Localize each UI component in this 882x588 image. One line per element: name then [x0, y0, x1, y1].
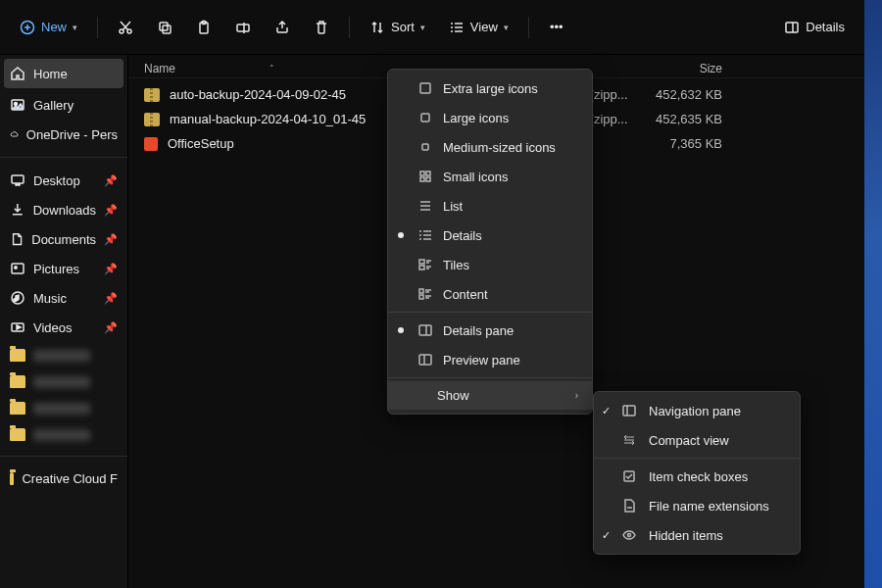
menu-item-tiles[interactable]: Tiles: [388, 250, 592, 279]
rename-icon: [235, 20, 251, 35]
svg-rect-8: [786, 23, 798, 32]
copy-icon: [157, 20, 172, 35]
paste-button[interactable]: [186, 14, 221, 41]
view-label: View: [470, 20, 498, 34]
new-button[interactable]: New ▾: [10, 14, 87, 41]
sidebar-item-blurred[interactable]: [0, 395, 127, 421]
grid-icon: [417, 169, 433, 184]
desktop-background-edge: [864, 0, 882, 588]
sidebar-item-videos[interactable]: Videos 📌: [0, 313, 127, 342]
download-icon: [10, 202, 25, 218]
folder-icon: [10, 402, 25, 415]
bullet-icon: [398, 327, 404, 333]
svg-point-14: [15, 267, 17, 269]
view-button[interactable]: View ▾: [439, 14, 518, 41]
menu-item-preview-pane[interactable]: Preview pane: [388, 345, 592, 374]
sidebar-item-creative-cloud[interactable]: Creative Cloud F: [0, 465, 127, 493]
gallery-icon: [10, 97, 25, 113]
svg-rect-24: [419, 260, 424, 264]
svg-rect-3: [160, 23, 168, 30]
pictures-icon: [10, 261, 25, 276]
folder-icon: [10, 428, 25, 441]
delete-button[interactable]: [304, 14, 339, 41]
menu-item-list[interactable]: List: [388, 191, 592, 220]
sidebar-item-blurred[interactable]: [0, 421, 127, 448]
sidebar-item-home[interactable]: Home: [4, 59, 123, 88]
sidebar-item-desktop[interactable]: Desktop 📌: [0, 166, 127, 195]
music-icon: [10, 290, 25, 306]
menu-item-large-icons[interactable]: Large icons: [388, 103, 592, 132]
home-icon: [10, 66, 25, 81]
details-pane-icon: [784, 20, 800, 35]
cloud-icon: [10, 126, 19, 142]
svg-rect-27: [419, 295, 423, 299]
pin-icon: 📌: [104, 292, 118, 305]
menu-item-compact-view[interactable]: Compact view: [594, 425, 800, 455]
cut-button[interactable]: [108, 14, 143, 41]
file-explorer-window: New ▾ Sort ▾ View ▾ ••• Details: [0, 0, 864, 588]
menu-item-content[interactable]: Content: [388, 279, 592, 309]
bullet-icon: [398, 232, 404, 238]
copy-button[interactable]: [147, 14, 182, 41]
blurred-label: [33, 429, 90, 441]
desktop-icon: [10, 172, 25, 188]
compact-icon: [621, 432, 637, 448]
column-size[interactable]: Size: [644, 62, 742, 75]
chevron-down-icon: ▾: [73, 23, 77, 32]
sidebar-item-pictures[interactable]: Pictures 📌: [0, 254, 127, 283]
tiles-icon: [417, 257, 433, 272]
pin-icon: 📌: [104, 233, 118, 246]
sidebar-item-gallery[interactable]: Gallery: [0, 90, 127, 120]
sidebar-label: Gallery: [33, 98, 74, 113]
menu-item-medium-icons[interactable]: Medium-sized icons: [388, 132, 592, 162]
menu-item-file-extensions[interactable]: File name extensions: [594, 491, 800, 520]
file-ext-icon: [621, 498, 637, 514]
file-size: 452,635 KB: [644, 112, 742, 126]
details-toggle[interactable]: Details: [774, 14, 855, 41]
svg-point-2: [127, 29, 131, 33]
svg-rect-4: [163, 25, 171, 33]
svg-rect-11: [12, 175, 24, 183]
menu-item-show[interactable]: Show›: [388, 381, 592, 410]
svg-rect-18: [421, 114, 429, 122]
menu-item-details[interactable]: Details: [388, 220, 592, 250]
menu-item-extra-large-icons[interactable]: Extra large icons: [388, 74, 592, 103]
menu-item-check-boxes[interactable]: Item check boxes: [594, 462, 800, 491]
file-name: auto-backup-2024-04-09-02-45: [170, 87, 346, 102]
separator: [349, 17, 350, 38]
share-button[interactable]: [265, 14, 300, 41]
menu-item-details-pane[interactable]: Details pane: [388, 316, 592, 345]
sidebar-item-blurred[interactable]: [0, 368, 127, 395]
details-icon: [417, 227, 433, 243]
svg-rect-26: [419, 289, 423, 293]
zip-icon: [144, 113, 160, 126]
sort-button[interactable]: Sort ▾: [360, 14, 435, 41]
sidebar-item-blurred[interactable]: [0, 342, 127, 368]
check-icon: ✓: [602, 529, 611, 542]
trash-icon: [314, 20, 329, 35]
checkbox-icon: [621, 468, 637, 484]
menu-item-navigation-pane[interactable]: ✓Navigation pane: [594, 396, 800, 425]
more-button[interactable]: •••: [539, 14, 574, 41]
svg-rect-12: [16, 184, 20, 185]
sidebar-label: Downloads: [33, 203, 96, 218]
svg-rect-21: [426, 172, 430, 175]
sidebar-item-downloads[interactable]: Downloads 📌: [0, 195, 127, 224]
menu-item-hidden-items[interactable]: ✓Hidden items: [594, 520, 800, 550]
share-icon: [274, 20, 290, 35]
scissors-icon: [118, 20, 133, 35]
rename-button[interactable]: [225, 14, 261, 41]
sidebar-item-onedrive[interactable]: OneDrive - Pers: [0, 120, 127, 149]
menu-item-small-icons[interactable]: Small icons: [388, 162, 592, 191]
sort-indicator-icon: ˄: [270, 64, 274, 74]
sidebar-label: Documents: [31, 232, 96, 247]
ellipsis-icon: •••: [549, 20, 564, 35]
separator: [528, 17, 529, 38]
sidebar-item-music[interactable]: Music 📌: [0, 283, 127, 313]
clipboard-icon: [196, 20, 212, 35]
folder-icon: [10, 375, 25, 388]
menu-separator: [388, 377, 592, 378]
sidebar-item-documents[interactable]: Documents 📌: [0, 224, 127, 254]
pin-icon: 📌: [104, 321, 118, 334]
svg-rect-20: [420, 172, 424, 175]
